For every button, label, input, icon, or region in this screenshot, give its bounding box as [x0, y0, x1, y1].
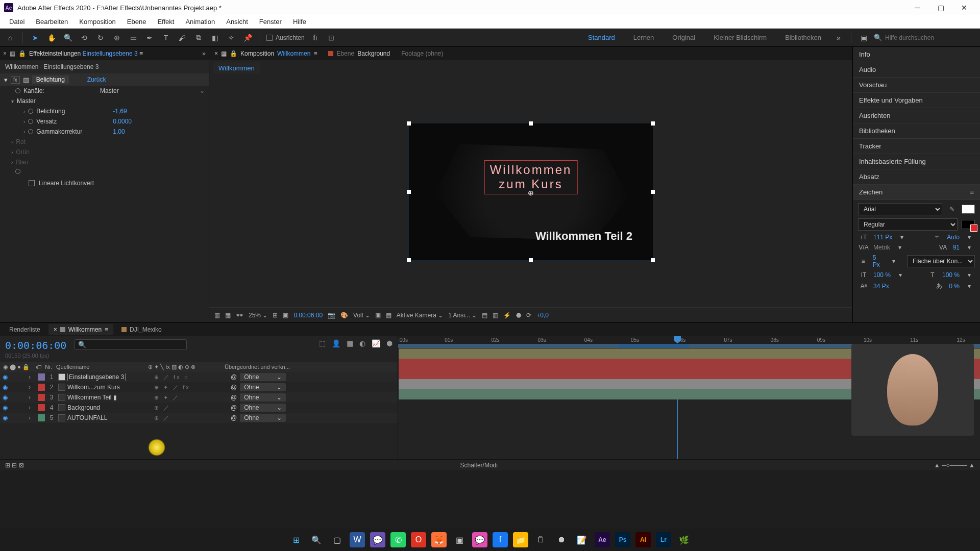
- label-swatch[interactable]: [38, 414, 45, 421]
- menu-fenster[interactable]: Fenster: [254, 16, 287, 27]
- stopwatch-icon[interactable]: [28, 129, 33, 134]
- parent-link[interactable]: @Ohne⌄: [231, 393, 307, 402]
- viewer-icon[interactable]: ▤: [482, 312, 487, 319]
- panel-overflow-icon[interactable]: »: [202, 50, 206, 57]
- orbit-tool-icon[interactable]: ⟲: [78, 32, 90, 44]
- fill-swatch[interactable]: [962, 205, 975, 214]
- parent-link[interactable]: @Ohne⌄: [231, 383, 307, 391]
- maximize-button[interactable]: ▢: [929, 0, 952, 15]
- canvas[interactable]: Willkommen zum Kurs Willkommen Teil 2 ⊕: [408, 123, 653, 261]
- parent-dropdown[interactable]: Ohne⌄: [240, 404, 286, 412]
- rotate-tool-icon[interactable]: ↻: [94, 32, 107, 44]
- timeline-right[interactable]: :00s01s02s03s04s05s06s07s08s09s10s11s12s: [398, 336, 980, 459]
- snap-options-icon[interactable]: ⊡: [325, 32, 337, 44]
- layer-name[interactable]: Willkommen Teil ▮: [67, 394, 154, 401]
- layer-switches[interactable]: ⊕ ✦ ／: [154, 394, 231, 402]
- color-icon[interactable]: 🎨: [340, 312, 348, 319]
- font-size-value[interactable]: 111 Px: [873, 234, 892, 241]
- app-icon-generic[interactable]: 🌿: [676, 532, 692, 547]
- start-icon[interactable]: ⊞: [288, 532, 304, 547]
- kerning-value[interactable]: Metrik: [873, 244, 890, 251]
- panel-absatz[interactable]: Absatz: [853, 169, 980, 185]
- workspace-original[interactable]: Original: [665, 34, 702, 41]
- footage-tab[interactable]: Footage (ohne): [401, 50, 443, 57]
- eye-icon[interactable]: ◉: [0, 394, 10, 401]
- fast-icon[interactable]: ⚡: [503, 312, 511, 319]
- stroke-swatch[interactable]: [962, 220, 975, 229]
- stopwatch-icon[interactable]: [15, 169, 20, 174]
- panel-effekte[interactable]: Effekte und Vorgaben: [853, 93, 980, 108]
- menu-bearbeiten[interactable]: Bearbeiten: [31, 16, 73, 27]
- expand-icon[interactable]: ›: [29, 404, 36, 411]
- layer-row[interactable]: ◉ › 4 Background ⊕ ／ @Ohne⌄: [0, 403, 398, 413]
- prop-exposure[interactable]: ›Belichtung-1,69: [0, 106, 209, 116]
- menu-hilfe[interactable]: Hilfe: [288, 16, 311, 27]
- transparency-icon[interactable]: ▦: [386, 312, 391, 319]
- panel-vorschau[interactable]: Vorschau: [853, 78, 980, 93]
- stroke-mode-dropdown[interactable]: Fläche über Kon...: [907, 255, 975, 267]
- effect-name[interactable]: Belichtung: [32, 76, 69, 84]
- hscale-value[interactable]: 100 %: [942, 271, 960, 279]
- illustrator-icon[interactable]: Ai: [635, 532, 651, 547]
- expand-icon[interactable]: ›: [29, 394, 36, 401]
- eye-icon[interactable]: ◉: [0, 373, 10, 381]
- after-effects-icon[interactable]: Ae: [595, 532, 610, 547]
- snapshot-icon[interactable]: 📷: [328, 312, 335, 319]
- vscale-value[interactable]: 100 %: [873, 271, 891, 279]
- label-swatch[interactable]: [38, 394, 45, 401]
- layer-row[interactable]: ◉ › 1 Einstellungsebene 3 ⊕ ／ fx ○ @Ohne…: [0, 372, 398, 382]
- layer-search-input[interactable]: [89, 341, 181, 348]
- expand-icon[interactable]: ›: [29, 384, 36, 391]
- label-swatch[interactable]: [38, 384, 45, 391]
- parent-link[interactable]: @Ohne⌄: [231, 414, 307, 422]
- baseline-value[interactable]: 34 Px: [873, 283, 889, 290]
- group-rot[interactable]: ›Rot: [0, 137, 209, 147]
- panel-menu-icon[interactable]: ▦: [10, 50, 15, 57]
- word-icon[interactable]: W: [350, 532, 365, 547]
- group-master[interactable]: ▾Master: [0, 96, 209, 106]
- camera-dropdown[interactable]: Aktive Kamera ⌄: [397, 312, 443, 319]
- menu-animation[interactable]: Animation: [180, 16, 220, 27]
- effect-preset-icon[interactable]: ▥: [23, 76, 29, 84]
- pickwhip-icon[interactable]: @: [231, 394, 237, 401]
- eraser-tool-icon[interactable]: ◧: [209, 32, 221, 44]
- anchor-icon[interactable]: ⊕: [528, 189, 534, 197]
- dropdown-icon[interactable]: ⌄: [200, 87, 205, 94]
- transform-handle[interactable]: [529, 258, 533, 262]
- firefox-icon[interactable]: 🦊: [431, 532, 447, 547]
- roto-tool-icon[interactable]: ✧: [225, 32, 237, 44]
- frame-blend-icon[interactable]: ▦: [347, 339, 353, 347]
- channel-icon[interactable]: ▣: [283, 312, 288, 319]
- pixel-icon[interactable]: ▥: [493, 312, 498, 319]
- text-layer-2[interactable]: Willkommen Teil 2: [535, 230, 632, 243]
- label-swatch[interactable]: [38, 373, 45, 381]
- menu-ansicht[interactable]: Ansicht: [221, 16, 253, 27]
- comp-flowchart-icon[interactable]: ⬚: [319, 339, 326, 347]
- hand-tool-icon[interactable]: ✋: [45, 32, 58, 44]
- tracking-value[interactable]: 91: [953, 244, 960, 251]
- parent-dropdown[interactable]: Ohne⌄: [240, 414, 286, 422]
- effect-reset[interactable]: Zurück: [87, 76, 106, 83]
- tsume-value[interactable]: 0 %: [949, 283, 960, 290]
- transform-handle[interactable]: [651, 121, 655, 126]
- messenger-icon[interactable]: 💬: [472, 532, 487, 547]
- viewport[interactable]: Willkommen zum Kurs Willkommen Teil 2 ⊕: [209, 76, 852, 307]
- panel-bibliotheken[interactable]: Bibliotheken: [853, 123, 980, 139]
- alpha-icon[interactable]: ▦: [225, 312, 231, 319]
- transform-handle[interactable]: [407, 190, 411, 194]
- layer-name[interactable]: Background: [67, 404, 154, 411]
- layer-tab[interactable]: Ebene Background: [328, 50, 390, 57]
- timecode-display[interactable]: 0:00:06:00: [293, 312, 323, 319]
- align-toggle[interactable]: Ausrichten: [266, 34, 305, 41]
- panel-audio[interactable]: Audio: [853, 62, 980, 78]
- group-gruen[interactable]: ›Grün: [0, 147, 209, 157]
- font-style-dropdown[interactable]: Regular: [858, 218, 958, 231]
- workspace-lernen[interactable]: Lernen: [626, 34, 661, 41]
- zoom-dropdown[interactable]: 25% ⌄: [249, 312, 267, 319]
- panel-tracker[interactable]: Tracker: [853, 139, 980, 154]
- eye-icon[interactable]: ◉: [0, 414, 10, 421]
- menu-komposition[interactable]: Komposition: [74, 16, 121, 27]
- transform-handle[interactable]: [407, 258, 411, 262]
- menu-datei[interactable]: Datei: [4, 16, 30, 27]
- obs-icon[interactable]: ⏺: [554, 532, 569, 547]
